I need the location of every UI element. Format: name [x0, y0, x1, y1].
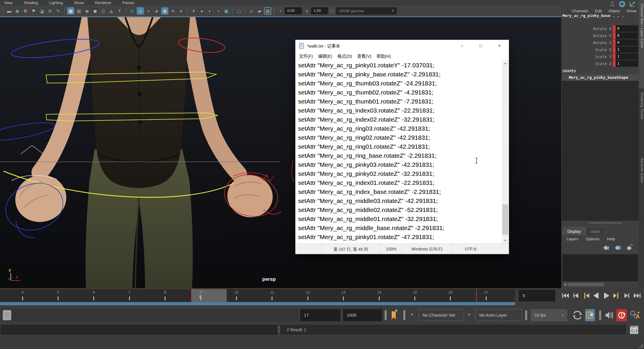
layer-horizontal-scrollbar[interactable] [562, 282, 638, 287]
xray-joints-icon[interactable]: ▰ [256, 7, 263, 15]
image-plane-icon[interactable]: ◪ [38, 7, 45, 15]
viewport-menu-panels[interactable]: Panels [122, 1, 134, 5]
textured-cube-icon[interactable]: ◈ [153, 7, 160, 15]
smooth-shade-icon[interactable]: ◆ [137, 7, 144, 15]
animation-preferences-icon[interactable] [629, 309, 641, 321]
notepad-menu-2[interactable]: 格式(O) [335, 53, 355, 59]
playblast-icon[interactable] [585, 309, 595, 321]
tab-anim[interactable]: Anim [586, 227, 605, 235]
bookmark-add-icon[interactable] [390, 309, 399, 321]
go-to-start-button[interactable] [561, 290, 571, 301]
command-line-divider[interactable] [278, 327, 279, 332]
manip-graph-icon[interactable] [629, 1, 636, 7]
create-layer-icon[interactable] [626, 244, 634, 251]
layer-menu-help[interactable]: Help [607, 237, 615, 241]
notepad-document-text[interactable]: setAttr "Mery_ac_rg_pinky01.rotateY" -17… [295, 60, 502, 243]
wireframe-cube-icon[interactable]: ◇ [129, 7, 136, 15]
channel-value-field[interactable]: 1 [616, 53, 638, 60]
xray-icon[interactable]: ▱ [248, 7, 255, 15]
isolate-select-icon[interactable]: ▢ [235, 7, 242, 15]
channel-value-field[interactable]: 1 [616, 60, 638, 67]
notepad-text-area[interactable]: setAttr "Mery_ac_rg_pinky01.rotateY" -17… [295, 60, 509, 243]
side-tab-attribute-editor[interactable]: Attribute Editor [639, 155, 644, 217]
script-editor-icon[interactable]: {;} [628, 325, 640, 335]
audio-mute-icon[interactable] [604, 309, 615, 321]
safe-title-icon[interactable]: T [116, 7, 123, 15]
minimize-button[interactable]: − [453, 40, 471, 51]
layer-menu-options[interactable]: Options [586, 237, 600, 241]
go-to-end-button[interactable] [632, 290, 642, 301]
channel-box-object-name[interactable]: Mery_ac_rg_pinky_base . . . [562, 13, 639, 18]
layer-list[interactable] [562, 254, 638, 281]
divider-grip[interactable] [525, 310, 527, 320]
film-gate-icon[interactable]: ▤ [75, 7, 82, 15]
all-lights-icon[interactable]: ☀ [190, 7, 197, 15]
xray-active-icon[interactable]: ▨ [264, 7, 271, 15]
motion-blur-icon[interactable]: ◐ [206, 7, 214, 15]
scroll-up-arrow-icon[interactable]: ▲ [502, 60, 509, 66]
step-back-frame-button[interactable] [571, 290, 581, 301]
tab-display[interactable]: Display [562, 227, 586, 235]
range-slider-track[interactable] [2, 309, 298, 321]
notepad-menu-3[interactable]: 查看(V) [355, 53, 374, 59]
wireframe-on-shaded-icon[interactable]: ◍ [161, 7, 168, 15]
move-layer-up-icon[interactable] [603, 244, 610, 251]
side-tab-modeling-toolkit[interactable]: Modeling Toolkit [639, 89, 644, 155]
auto-keyframe-icon[interactable] [616, 309, 627, 321]
gamma-field[interactable]: 1.00 [311, 7, 328, 14]
camera-sphere-icon[interactable]: ◑ [214, 7, 222, 15]
contrast-icon[interactable]: ◑ [303, 7, 310, 15]
view-transform-dropdown[interactable]: sRGB gamma▼ [336, 7, 397, 15]
animation-end-field[interactable]: 1000 [343, 309, 382, 321]
channel-box-menu-show[interactable]: Show [627, 9, 636, 13]
channel-value-field[interactable]: 0 [616, 32, 638, 39]
viewport-menu-shading[interactable]: Shading [24, 1, 38, 5]
off-badge[interactable]: OFF [329, 8, 335, 14]
layer-menu-layers[interactable]: Layers [566, 237, 578, 241]
notepad-menu-0[interactable]: 文件(F) [296, 53, 316, 59]
lock-camera-icon[interactable]: ◉ [14, 7, 21, 15]
play-forwards-button[interactable] [601, 290, 611, 301]
time-slider-ruler[interactable]: 9 4567891011121314151617 [0, 289, 515, 302]
play-backwards-button[interactable] [591, 290, 601, 301]
channel-box-menu-channels[interactable]: Channels [572, 9, 588, 13]
current-frame-field[interactable]: 9 [519, 290, 555, 301]
grid-icon[interactable]: ▦ [67, 7, 74, 15]
viewport-menu-view[interactable]: View [4, 1, 13, 5]
shape-node-name[interactable]: Mery_ac_rg_pinky_baseShape [562, 74, 639, 81]
gate-mask-icon[interactable]: ▣ [92, 7, 99, 15]
notepad-vertical-scrollbar[interactable]: ▲ ▼ [502, 60, 509, 243]
playback-end-field[interactable]: 17 [300, 309, 340, 321]
divider-grip[interactable] [599, 310, 601, 320]
channel-value-field[interactable]: 0 [616, 39, 638, 46]
range-slider-handle[interactable] [3, 310, 11, 320]
channel-box-menu-edit[interactable]: Edit [595, 9, 602, 13]
channel-value-field[interactable]: 1 [616, 46, 638, 53]
panel-splitter-handle[interactable] [589, 222, 621, 223]
close-button[interactable]: × [490, 40, 509, 51]
channel-box-menu-object[interactable]: Object [608, 9, 620, 13]
camera-attributes-icon[interactable]: ⚙ [22, 7, 29, 15]
field-chart-icon[interactable]: ◫ [100, 7, 107, 15]
resolution-gate-icon[interactable]: ◉ [83, 7, 91, 15]
use-default-material-icon[interactable]: ◖ [145, 7, 152, 15]
select-camera-icon[interactable]: ▬ [6, 7, 13, 15]
notepad-window[interactable]: *walk.txt - 记事本 − □ × 文件(F)编辑(E)格式(O)查看(… [295, 40, 509, 254]
scroll-down-arrow-icon[interactable]: ▼ [502, 238, 509, 243]
notepad-menu-4[interactable]: 帮助(H) [374, 53, 393, 59]
maximize-button[interactable]: □ [471, 40, 490, 51]
manip-rotate-icon[interactable] [619, 1, 626, 7]
channel-value-field[interactable]: 0 [616, 25, 638, 32]
move-layer-down-icon[interactable] [614, 244, 622, 251]
chevron-down-icon[interactable]: ▼ [410, 313, 414, 317]
multisample-icon[interactable]: ▣ [223, 7, 230, 15]
step-back-key-button[interactable] [581, 290, 591, 301]
safe-action-icon[interactable]: ◭ [108, 7, 115, 15]
exposure-icon[interactable]: ◔ [277, 7, 284, 15]
viewport-menu-renderer[interactable]: Renderer [95, 1, 111, 5]
command-result-field[interactable]: // Result: 1 [280, 325, 626, 335]
playback-range-bar[interactable] [0, 302, 515, 305]
side-tab-channel-box-layer-editor[interactable]: Channel Box / Layer Editor [639, 0, 644, 89]
shadows-icon[interactable]: ● [177, 7, 185, 15]
notepad-menu-1[interactable]: 编辑(E) [316, 53, 335, 59]
